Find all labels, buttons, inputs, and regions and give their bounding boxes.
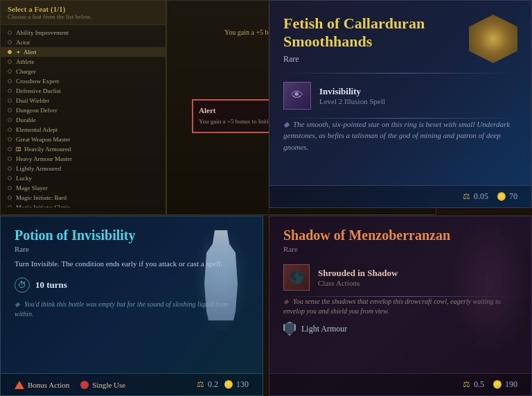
turns-icon: ⏱ [15, 277, 30, 293]
potion-gold-icon [224, 380, 233, 390]
feat-item-dot [8, 186, 12, 190]
feat-item-special-icon: ✦ [16, 49, 21, 55]
feat-list-item[interactable]: Magic Initiate: Cleric [1, 203, 166, 207]
feat-list-item[interactable]: Dual Wielder [1, 96, 166, 105]
feat-item-label: Magic Initiate: Cleric [16, 204, 69, 207]
feat-item-dot [8, 31, 12, 35]
potion-footer: Bonus Action Single Use 0.2 130 [1, 373, 263, 395]
feat-item-dot [8, 98, 12, 103]
single-use-label: Single Use [92, 381, 125, 389]
feat-list-item[interactable]: ⚿Heavily Armoured [1, 144, 166, 154]
card-title-section: Fetish of Callarduran Smoothhands Rare [283, 15, 462, 64]
ability-name: Invisibility [319, 86, 517, 97]
feat-list-item[interactable]: Actor [1, 37, 166, 47]
card-title-line2: Smoothhands [283, 33, 372, 50]
feat-item-label: Heavily Armoured [24, 146, 71, 153]
card-weight: 0.05 [461, 191, 488, 202]
card-ability-row: 👁 Invisibility Level 2 Illusion Spell [269, 74, 531, 118]
feat-list-item[interactable]: Crossbow Expert [1, 76, 166, 86]
single-use-badge: Single Use [80, 381, 125, 389]
feat-item-label: Heavy Armour Master [16, 155, 72, 162]
feat-list-item[interactable]: Lightly Armoured [1, 164, 166, 173]
feat-item-label: Alert [24, 49, 37, 55]
ability-type: Level 2 Illusion Spell [319, 97, 517, 105]
gold-icon [497, 192, 506, 202]
card-main-title: Fetish of Callarduran Smoothhands [283, 15, 462, 51]
feat-panel-title: Select a Feat (1/1) [8, 5, 159, 13]
feat-list-item[interactable]: Dungeon Delver [1, 105, 166, 115]
feat-list-item[interactable]: Elemental Adept [1, 125, 166, 135]
potion-card: Potion of Invisibility Rare Turn Invisib… [0, 216, 263, 396]
feat-item-label: Mage Slayer [16, 184, 48, 191]
feat-item-dot [8, 60, 12, 64]
feat-item-dot [8, 157, 12, 161]
weight-value: 0.05 [474, 191, 488, 202]
feat-item-special-icon: ⚿ [16, 146, 21, 153]
feat-item-dot [8, 176, 12, 180]
feat-list-item[interactable]: Defensive Duelist [1, 86, 166, 96]
feat-list: Ability ImprovementActor✦AlertAthleteCha… [1, 25, 166, 207]
feat-list-item[interactable]: Ability Improvement [1, 28, 166, 37]
feat-item-label: Ability Improvement [16, 29, 69, 36]
feat-item-label: Elemental Adept [16, 126, 57, 133]
feat-item-dot [8, 118, 12, 122]
feat-item-label: Magic Initiate: Bard [16, 194, 66, 201]
card-gold: 70 [497, 191, 517, 202]
feat-item-dot [8, 40, 12, 44]
feat-item-dot [8, 205, 12, 207]
feat-list-item[interactable]: Charger [1, 67, 166, 76]
card-title-line1: Fetish of Callarduran [283, 15, 425, 32]
feat-item-dot [8, 108, 12, 112]
feat-item-dot [8, 89, 12, 93]
feat-panel-subtitle: Choose a feat from the list below. [8, 13, 159, 20]
feat-item-label: Lightly Armoured [16, 165, 61, 172]
card-header: Fetish of Callarduran Smoothhands Rare [269, 1, 531, 73]
potion-weight-icon [195, 380, 205, 390]
invisibility-icon: 👁 [291, 88, 303, 103]
feat-item-dot [8, 69, 12, 74]
feat-list-item[interactable]: Great Weapon Master [1, 135, 166, 144]
shadow-ability-icon: 🌑 [283, 264, 310, 291]
feat-item-dot [8, 147, 12, 151]
vertical-divider-left [166, 0, 167, 215]
shadow-gold-value: 190 [505, 379, 517, 390]
feat-item-label: Dungeon Delver [16, 107, 57, 114]
feat-item-dot [8, 50, 12, 54]
shadow-weight-icon [461, 380, 471, 390]
card-description: The smooth, six-pointed star on this rin… [269, 119, 531, 162]
shadow-background [448, 216, 531, 355]
potion-footer-right: 0.2 130 [195, 379, 249, 390]
feat-item-dot [8, 128, 12, 132]
bonus-action-badge: Bonus Action [15, 381, 69, 389]
feat-item-label: Charger [16, 68, 36, 75]
feat-item-label: Dual Wielder [16, 97, 49, 104]
turns-text: 10 turns [35, 279, 67, 291]
feat-item-dot [8, 166, 12, 171]
bonus-action-label: Bonus Action [28, 381, 69, 389]
potion-weight: 0.2 [195, 379, 218, 390]
ability-info: Invisibility Level 2 Illusion Spell [319, 86, 517, 105]
card-thumbnail-image [469, 15, 517, 63]
potion-weight-value: 0.2 [208, 379, 218, 390]
feat-item-label: Actor [16, 39, 30, 46]
armour-label: Light Armour [301, 324, 347, 334]
feat-list-item[interactable]: Athlete [1, 57, 166, 67]
shadow-weight: 0.5 [461, 379, 484, 390]
feat-list-item[interactable]: Magic Initiate: Bard [1, 193, 166, 203]
feat-list-item[interactable]: ✦Alert [1, 47, 166, 57]
feat-item-label: Crossbow Expert [16, 78, 59, 85]
feat-list-item[interactable]: Lucky [1, 173, 166, 183]
shadow-footer: 0.5 190 [269, 373, 531, 395]
feat-list-item[interactable]: Durable [1, 115, 166, 125]
feat-item-label: Great Weapon Master [16, 136, 71, 143]
card-rarity: Rare [283, 54, 462, 64]
shroud-icon: 🌑 [289, 270, 304, 285]
fetish-card: Fetish of Callarduran Smoothhands Rare 👁… [269, 0, 532, 208]
feat-list-item[interactable]: Mage Slayer [1, 183, 166, 193]
shadow-gold-icon [493, 380, 502, 390]
armour-icon [283, 322, 296, 336]
feat-item-dot [8, 137, 12, 141]
feat-list-item[interactable]: Heavy Armour Master [1, 154, 166, 164]
feat-item-label: Lucky [16, 175, 32, 182]
feat-item-dot [8, 196, 12, 200]
